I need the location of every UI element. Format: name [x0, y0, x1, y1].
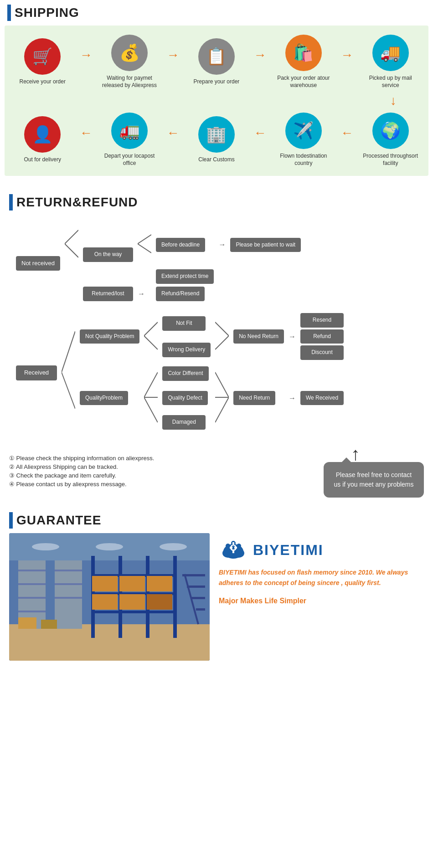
shipping-header: SHIPPING [0, 0, 433, 26]
svg-rect-41 [92, 594, 118, 610]
step-icon-1: 🛒 [24, 38, 61, 75]
shipping-step-8: 🏢 Clear Customs [187, 116, 246, 164]
leaf-wrong-delivery: Wrong Delivery [162, 343, 211, 357]
guarantee-title: GUARANTEE [16, 513, 101, 528]
svg-rect-37 [91, 611, 177, 613]
shipping-step-1: 🛒 Receive your order [13, 38, 72, 86]
step-label-7: Depart your locapost office [100, 153, 159, 167]
shipping-section: SHIPPING 🛒 Receive your order → 💰 Waitin… [0, 0, 433, 176]
arrow-3: → [253, 48, 266, 62]
brand-desc: BIYETIMI has focused on flash memory sin… [219, 567, 424, 589]
svg-rect-34 [173, 556, 177, 638]
root-received: Received [16, 365, 57, 380]
svg-rect-47 [196, 608, 205, 611]
outcome-resend: Resend [300, 313, 344, 328]
guarantee-header: GUARANTEE [9, 508, 424, 533]
arrow-8: ← [340, 126, 353, 140]
arrow-4: → [340, 48, 353, 62]
svg-rect-45 [187, 586, 205, 588]
speech-bubble-container: ↑ Please freel free to contact us if you… [324, 444, 424, 498]
branch-not-quality: Not Quality Problem [80, 329, 139, 344]
leaf-damaged: Damaged [162, 415, 206, 430]
svg-line-13 [215, 372, 229, 397]
svg-rect-25 [18, 597, 46, 599]
warehouse-svg [9, 533, 210, 661]
arrow-rl: → [138, 290, 145, 298]
svg-line-12 [144, 397, 158, 422]
step-label-4: Pack your order atour warehouse [274, 75, 333, 89]
arrow-7: ← [253, 126, 266, 140]
svg-rect-30 [55, 597, 82, 599]
branch-quality-problem: QualityProblem [80, 391, 128, 406]
svg-line-6 [144, 322, 158, 336]
svg-rect-21 [9, 624, 210, 661]
received-table: Received Not Quality Problem Not Fit [14, 312, 346, 435]
svg-point-58 [237, 544, 241, 548]
svg-rect-23 [18, 570, 46, 571]
svg-rect-28 [55, 570, 82, 571]
svg-point-18 [32, 543, 59, 550]
step-icon-5: 🚚 [372, 35, 409, 71]
return-refund-section: RETURN&REFUND Not received On the way [0, 185, 433, 503]
shipping-step-9: ✈️ Flown todestination country [274, 113, 333, 167]
arrow-down: ↓ [9, 93, 424, 108]
svg-line-8 [215, 322, 229, 336]
shipping-diagram: 🛒 Receive your order → 💰 Waiting for pay… [5, 26, 428, 176]
svg-rect-40 [147, 576, 172, 591]
shipping-step-5: 🚚 Picked up by mail service [361, 35, 420, 89]
branch-returned-lost: Returned/lost [83, 287, 133, 301]
notes-bubble-section: ① Please check the shipping information … [9, 444, 424, 498]
connector-qp-svg [144, 363, 158, 431]
svg-point-56 [226, 544, 230, 548]
svg-rect-43 [147, 594, 172, 610]
connector-svg-2 [138, 230, 151, 257]
note-4: ④ Please contact us by aliexpress messag… [9, 481, 310, 488]
svg-rect-50 [41, 620, 57, 629]
step-icon-2: 💰 [111, 35, 148, 71]
note-1: ① Please check the shipping information … [9, 455, 310, 462]
svg-rect-26 [18, 611, 46, 612]
svg-line-7 [144, 336, 158, 349]
brand-logo: BIYETIMI [219, 538, 424, 563]
bubble-arrow-indicator: ↑ [351, 444, 424, 464]
leaf-before-deadline: Before deadline [156, 238, 205, 252]
outcome-be-patient: Please be patient to wait [230, 238, 301, 252]
svg-line-0 [65, 230, 78, 244]
connector-nq-svg [144, 313, 158, 359]
svg-line-10 [144, 372, 158, 397]
received-chart: Received Not Quality Problem Not Fit [14, 312, 419, 435]
return-refund-title: RETURN&REFUND [16, 195, 138, 210]
not-received-chart: Not received On the way Before deadline … [14, 224, 419, 302]
svg-point-20 [160, 543, 187, 550]
leaf-quality-defect: Quality Defect [162, 391, 207, 406]
svg-rect-62 [234, 547, 237, 549]
brand-tagline: Major Makes Life Simpler [219, 597, 424, 605]
step-label-10: Processed throughsort facility [361, 153, 420, 167]
warehouse-image [9, 533, 210, 661]
bubble-text: Please freel free to contact us if you m… [334, 471, 413, 488]
not-received-table: Not received On the way Before deadline … [14, 224, 303, 302]
arrow-6: ← [167, 126, 180, 140]
root-not-received: Not received [16, 256, 60, 271]
step-label-1: Receive your order [20, 78, 66, 86]
connector-received-svg [62, 313, 75, 431]
svg-line-9 [215, 336, 229, 349]
connector-svg-1 [65, 226, 78, 262]
brand-name: BIYETIMI [253, 542, 324, 559]
svg-line-3 [138, 244, 151, 253]
section-bar [7, 5, 11, 21]
section-bar-3 [9, 512, 13, 529]
leaf-not-fit: Not Fit [162, 316, 206, 331]
arrow-2: → [167, 48, 180, 62]
leaf-refund-resend: Refund/Resend [156, 287, 205, 301]
svg-rect-38 [92, 576, 118, 591]
shipping-step-7: 🚛 Depart your locapost office [100, 113, 159, 167]
svg-point-19 [96, 543, 123, 550]
svg-rect-24 [18, 583, 46, 585]
arrow-nr: → [289, 394, 296, 402]
svg-line-1 [65, 244, 78, 257]
guarantee-content: BIYETIMI BIYETIMI has focused on flash m… [9, 533, 424, 661]
step-icon-9: ✈️ [285, 113, 322, 149]
step-label-9: Flown todestination country [274, 153, 333, 167]
return-refund-header: RETURN&REFUND [9, 190, 424, 215]
